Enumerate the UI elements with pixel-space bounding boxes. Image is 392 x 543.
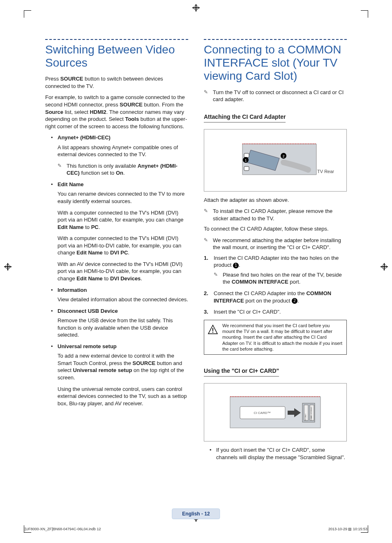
svg-text:2: 2 xyxy=(282,154,284,158)
step-1-subnote: Please find two holes on the rear of the… xyxy=(214,271,347,286)
section-title-right: Connecting to a COMMON INTERFACE slot (Y… xyxy=(204,43,347,83)
ci-card-label: CI CARD™ xyxy=(254,411,271,415)
step-3: Insert the "CI or CI+ CARD". xyxy=(204,308,347,316)
section-divider xyxy=(45,39,188,40)
item-body: A list appears showing Anynet+ compatibl… xyxy=(58,144,188,158)
note-anynet: This function is only available Anynet+ … xyxy=(58,162,188,177)
item-title: Edit Name xyxy=(58,181,84,187)
list-item-anynet: Anynet+ (HDMI-CEC) A list appears showin… xyxy=(45,134,188,177)
list-item-universal-remote: Universal remote setup To add a new exte… xyxy=(45,343,188,407)
ci-card-illustration: CI CARD™ 5V ONLY COMMON INTERFACE xyxy=(222,390,329,435)
list-item-disconnect-usb: Disconnect USB Device Remove the USB dev… xyxy=(45,307,188,339)
page-number-badge: English - 12 xyxy=(172,508,220,519)
item-title: Disconnect USB Device xyxy=(58,308,118,314)
circle-number-2-icon: 2 xyxy=(292,298,297,304)
note-remove-sticker: To install the CI CARD Adapter, please r… xyxy=(204,208,347,222)
svg-text:COMMON INTERFACE: COMMON INTERFACE xyxy=(311,407,312,421)
list-item-edit-name: Edit Name You can rename devices connect… xyxy=(45,181,188,282)
item-title: Universal remote setup xyxy=(58,343,117,349)
svg-text:5V ONLY: 5V ONLY xyxy=(304,414,307,421)
item-body: Using the universal remote control, user… xyxy=(58,386,188,407)
step-2: Connect the CI CARD Adapter into the COM… xyxy=(204,290,347,304)
caution-box: We recommend that you insert the CI card… xyxy=(204,320,347,355)
intro-paragraph-2: For example, to switch to a game console… xyxy=(45,94,188,130)
item-title: Anynet+ (HDMI-CEC) xyxy=(58,134,111,141)
figure-ci-card: CI CARD™ 5V ONLY COMMON INTERFACE xyxy=(204,383,347,441)
list-item-information: Information View detailed information ab… xyxy=(45,287,188,303)
svg-text:1: 1 xyxy=(244,158,247,162)
section-divider xyxy=(204,39,347,40)
caution-text: We recommend that you insert the CI card… xyxy=(222,323,343,352)
item-body: You can rename devices connected to the … xyxy=(58,190,188,205)
connect-intro: To connect the CI CARD Adapter, follow t… xyxy=(204,225,347,233)
left-column: Switching Between Video Sources Press SO… xyxy=(45,39,188,508)
svg-rect-3 xyxy=(244,153,249,157)
item-body: With an AV device connected to the TV's … xyxy=(58,261,188,282)
section-title-left: Switching Between Video Sources xyxy=(45,43,188,69)
registration-mark-icon xyxy=(192,4,200,12)
subheading-attaching: Attaching the CI Card Adapter xyxy=(204,113,286,122)
crop-mark xyxy=(361,10,368,18)
note-top: Turn the TV off to connect or disconnect… xyxy=(204,89,347,103)
after-figure-text: Attach the adapter as shown above. xyxy=(204,196,347,204)
item-body: Remove the USB device from the list safe… xyxy=(58,317,188,339)
note-before-wallmount: We recommend attaching the adapter befor… xyxy=(204,237,347,251)
ci-adapter-illustration: 1 2 xyxy=(222,138,329,183)
subheading-using: Using the "CI or CI+ CARD" xyxy=(204,367,279,377)
figure-ci-adapter: 1 2 TV Rear xyxy=(204,129,347,192)
print-footer-left: [UF8000-XN_ZF]BN68-04794C-06L04.indb 12 xyxy=(25,527,101,531)
item-body: With a computer connected to the TV's HD… xyxy=(58,235,188,256)
svg-rect-4 xyxy=(244,166,249,171)
item-title: Information xyxy=(58,287,87,293)
item-body: To add a new external device to control … xyxy=(58,352,188,381)
svg-point-11 xyxy=(212,331,214,333)
registration-mark-icon xyxy=(380,263,388,270)
item-body: With a computer connected to the TV's HD… xyxy=(58,209,188,231)
caution-icon xyxy=(208,324,218,335)
intro-paragraph-1: Press SOURCE button to switch between de… xyxy=(45,75,188,90)
registration-mark-icon xyxy=(4,263,12,270)
tv-rear-label: TV Rear xyxy=(317,169,334,175)
item-body: View detailed information about the conn… xyxy=(58,296,188,303)
circle-number-1-icon: 1 xyxy=(233,263,239,268)
crop-mark xyxy=(24,10,31,18)
right-column: Connecting to a COMMON INTERFACE slot (Y… xyxy=(204,39,347,508)
print-footer-right: 2013-10-29 ▧ 10:15:53 xyxy=(328,527,367,531)
step-1: Insert the CI CARD Adapter into the two … xyxy=(204,254,347,286)
list-item-scrambled-signal: If you don't insert the "CI or CI+ CARD"… xyxy=(204,446,347,461)
